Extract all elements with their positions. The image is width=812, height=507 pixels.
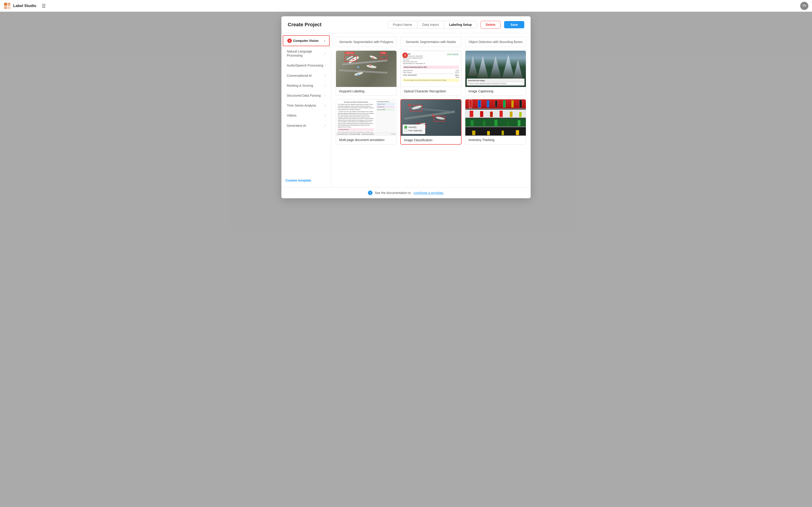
card-label-multipage: Multi-page document annotation [336, 135, 397, 144]
card-image-document: Purchase and Sale of Preferred Stock The… [336, 99, 397, 135]
partial-card-2[interactable]: Semantic Segmentation with Masks [400, 37, 461, 47]
card-image-captioning: Describe the image: Trees in snow. Beaut… [465, 51, 526, 87]
delete-button[interactable]: Delete [480, 21, 501, 29]
template-card-image-captioning[interactable]: Describe the image: Trees in snow. Beaut… [465, 51, 526, 96]
modal-title: Create Project [288, 22, 321, 27]
chevron-icon: › [325, 64, 325, 67]
card-image-classification: ✓ Airport[2] Train Station[2] [401, 100, 461, 136]
partial-top-row: Semantic Segmentation with Polygons Sema… [336, 37, 526, 47]
sidebar-item-time-series[interactable]: Time Series Analysis › [283, 101, 329, 110]
chevron-icon: › [324, 39, 325, 43]
template-card-image-classification[interactable]: ✓ Airport[2] Train Station[2] Image Clas… [400, 99, 461, 145]
checkbox-unchecked [404, 129, 407, 132]
hamburger-icon: ☰ [42, 3, 46, 8]
template-row-2: Purchase and Sale of Preferred Stock The… [336, 99, 526, 145]
card-label-ocr: Optical Character Recognition [401, 87, 461, 95]
card-label-captioning: Image Captioning [465, 87, 526, 95]
card-image-inventory [465, 99, 526, 135]
sidebar-custom-template[interactable]: Custom template [282, 175, 331, 185]
tab-group: Project Name Data Import Labeling Setup [388, 21, 477, 29]
modal-body: 1 Computer Vision › Natural Language Pro… [282, 33, 530, 187]
modal-header: Create Project Project Name Data Import … [282, 16, 530, 33]
sidebar-item-nlp[interactable]: Natural Language Processing › [283, 47, 329, 60]
sidebar-item-structured-data[interactable]: Structured Data Parsing › [283, 91, 329, 100]
modal-footer: i See the documentation to contribute a … [282, 187, 530, 198]
partial-card-1[interactable]: Semantic Segmentation with Polygons [336, 37, 397, 47]
tab-labeling-setup[interactable]: Labeling Setup [444, 21, 477, 28]
tab-project-name[interactable]: Project Name [388, 21, 417, 28]
footer-link[interactable]: contribute a template. [413, 191, 444, 194]
avatar[interactable]: TY [800, 2, 808, 10]
sidebar: 1 Computer Vision › Natural Language Pro… [282, 33, 331, 187]
template-row-1: Airplane[1] Car[1] Keypoint Labeling [336, 51, 526, 96]
sidebar-item-audio-speech[interactable]: Audio/Speech Processing › [283, 61, 329, 70]
topbar: Label Studio ☰ TY [0, 0, 812, 12]
svg-rect-2 [4, 6, 7, 9]
logo[interactable]: Label Studio [4, 2, 36, 9]
app-title: Label Studio [13, 4, 36, 8]
template-card-keypoint-labeling[interactable]: Airplane[1] Car[1] Keypoint Labeling [336, 51, 397, 96]
chevron-icon: › [325, 104, 325, 108]
svg-rect-1 [7, 3, 10, 6]
partial-card-3[interactable]: Object Detection with Bounding Boxes [465, 37, 526, 47]
footer-text: See the documentation to [375, 191, 411, 194]
chevron-icon: › [325, 94, 325, 98]
card-image-keypoint: Airplane[1] Car[1] [336, 51, 397, 87]
sidebar-item-ranking-scoring[interactable]: Ranking & Scoring › [283, 81, 329, 90]
caption-overlay: Describe the image: Trees in snow. Beaut… [467, 78, 524, 86]
save-button[interactable]: Save [504, 21, 524, 28]
tab-data-import[interactable]: Data Import [417, 21, 444, 28]
sidebar-item-generative-ai[interactable]: Generative AI › [283, 121, 329, 130]
logo-icon [4, 2, 11, 9]
chevron-icon: › [325, 83, 325, 88]
modal-overlay: Create Project Project Name Data Import … [0, 12, 812, 507]
main-content: Semantic Segmentation with Polygons Sema… [331, 33, 530, 187]
chevron-icon: › [325, 52, 325, 55]
checkbox-checked: ✓ [404, 126, 407, 128]
card-image-ocr: 1&1 S INC. DELRAY BEACH FL 33445-3897 Bi… [401, 51, 461, 87]
menu-button[interactable]: ☰ [42, 3, 46, 9]
sidebar-item-computer-vision[interactable]: 1 Computer Vision › [283, 35, 329, 46]
template-card-multipage-doc[interactable]: Purchase and Sale of Preferred Stock The… [336, 99, 397, 145]
classify-tags-overlay: ✓ Airport[2] Train Station[2] [403, 124, 425, 134]
chevron-icon: › [325, 114, 325, 117]
card-label-keypoint: Keypoint Labeling [336, 87, 397, 95]
card-label-classification: Image Classification [401, 136, 461, 144]
svg-rect-0 [4, 3, 7, 6]
step1-badge: 1 [287, 39, 292, 43]
sidebar-item-videos[interactable]: Videos › [283, 111, 329, 120]
template-card-ocr[interactable]: 1&1 S INC. DELRAY BEACH FL 33445-3897 Bi… [400, 51, 461, 96]
card-label-inventory: Inventory Tracking [465, 135, 526, 144]
chevron-icon: › [325, 73, 325, 77]
info-badge: i [368, 190, 372, 195]
svg-rect-3 [7, 6, 10, 9]
sidebar-item-conversational-ai[interactable]: Conversational AI › [283, 71, 329, 80]
create-project-modal: Create Project Project Name Data Import … [282, 16, 530, 198]
template-card-inventory-tracking[interactable]: Inventory Tracking [465, 99, 526, 145]
chevron-icon: › [325, 124, 325, 127]
